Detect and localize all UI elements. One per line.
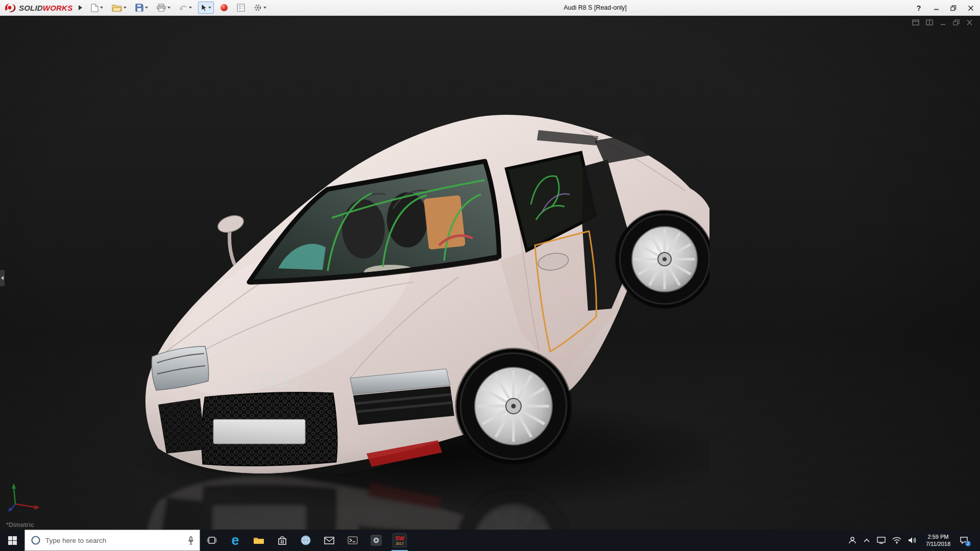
undo-button[interactable]	[177, 2, 194, 14]
clock-date: 7/11/2018	[926, 540, 950, 547]
rear-wheel	[616, 211, 709, 308]
mirror-stalk-left	[229, 231, 235, 265]
app-titlebar: SOLIDWORKS	[0, 0, 980, 16]
store-button[interactable]	[271, 530, 294, 551]
help-button[interactable]: ?	[915, 3, 923, 14]
dropdown-caret-icon[interactable]	[145, 7, 148, 9]
media-app-icon	[371, 535, 382, 546]
standard-toolbar	[88, 2, 269, 14]
file-explorer-button[interactable]	[247, 530, 271, 551]
volume-icon	[908, 537, 917, 544]
terminal-button[interactable]	[341, 530, 364, 551]
undo-icon	[179, 4, 187, 11]
brand-works: WORKS	[43, 4, 73, 12]
license-plate	[213, 419, 305, 444]
print-icon	[157, 4, 166, 12]
clock-time: 2:59 PM	[926, 533, 950, 540]
hidden-icons-button[interactable]	[863, 538, 870, 543]
people-button[interactable]	[848, 536, 856, 544]
cortana-icon	[31, 535, 41, 545]
front-wheel	[456, 349, 571, 463]
task-view-button[interactable]	[200, 530, 224, 551]
people-icon	[848, 536, 856, 544]
appearance-button[interactable]	[217, 2, 231, 14]
sw-icon-label: SW	[395, 536, 404, 541]
start-button[interactable]	[0, 530, 24, 551]
split-window-icon[interactable]	[926, 19, 933, 26]
solidworks-app-icon: SW 2017	[393, 533, 407, 547]
open-button[interactable]	[109, 2, 129, 14]
new-document-icon	[91, 4, 99, 12]
side-mirror-left	[216, 213, 246, 236]
ds-logo-icon	[4, 3, 16, 13]
options-gear-icon	[254, 4, 262, 12]
close-button[interactable]	[967, 3, 975, 14]
graphics-viewport[interactable]: *Dimetric	[0, 16, 980, 530]
document-window-controls	[912, 19, 973, 26]
edge-button[interactable]: e	[224, 530, 247, 551]
notification-badge: 2	[965, 541, 971, 546]
taskbar-clock[interactable]: 2:59 PM 7/11/2018	[923, 533, 953, 548]
network-button[interactable]	[892, 537, 901, 544]
mail-button[interactable]	[317, 530, 341, 551]
windows-taskbar: e SW 2017	[0, 530, 980, 551]
monitor-icon	[877, 537, 886, 544]
volume-button[interactable]	[908, 537, 917, 544]
globe-app-button[interactable]	[294, 530, 317, 551]
search-input[interactable]	[45, 537, 183, 544]
view-orientation-label: *Dimetric	[6, 521, 34, 529]
brand-solid: SOLID	[19, 4, 43, 12]
select-button[interactable]	[198, 2, 214, 14]
open-folder-icon	[112, 4, 122, 12]
file-properties-icon	[237, 4, 245, 12]
car-model-render	[128, 92, 709, 530]
file-explorer-icon	[253, 536, 264, 545]
terminal-icon	[348, 536, 358, 544]
collapse-arrow-icon	[1, 276, 4, 280]
taskbar-search[interactable]	[24, 530, 200, 551]
dropdown-caret-icon[interactable]	[263, 7, 266, 9]
solidworks-2017-button[interactable]: SW 2017	[388, 530, 411, 551]
window-controls: ?	[915, 0, 975, 16]
options-button[interactable]	[251, 2, 269, 14]
print-button[interactable]	[154, 2, 173, 14]
restore-button[interactable]	[949, 3, 958, 14]
feature-panel-expand-tab[interactable]	[0, 270, 5, 286]
dropdown-caret-icon[interactable]	[124, 7, 127, 9]
appearance-sphere-icon	[220, 4, 228, 12]
save-icon	[135, 4, 143, 12]
windows-logo-icon	[8, 536, 17, 545]
sw-icon-year: 2017	[396, 542, 404, 545]
file-properties-button[interactable]	[234, 2, 248, 14]
solidworks-logo: SOLIDWORKS	[3, 3, 75, 13]
monitor-tray-button[interactable]	[877, 537, 886, 544]
save-button[interactable]	[133, 2, 151, 14]
close-doc-icon[interactable]	[966, 19, 973, 26]
orientation-triad	[8, 482, 44, 512]
mail-icon	[324, 537, 334, 544]
menu-flyout-arrow-icon[interactable]	[79, 5, 82, 10]
brand-text: SOLIDWORKS	[19, 4, 72, 12]
dropdown-caret-icon[interactable]	[167, 7, 170, 9]
action-center-button[interactable]: 2	[960, 536, 968, 544]
edge-icon: e	[231, 534, 239, 547]
chevron-up-icon	[863, 538, 870, 543]
dropdown-caret-icon[interactable]	[100, 7, 103, 9]
microphone-icon[interactable]	[188, 536, 194, 545]
dropdown-caret-icon[interactable]	[208, 7, 211, 9]
new-document-button[interactable]	[88, 2, 106, 14]
minimize-button[interactable]	[932, 3, 940, 14]
minimize-doc-icon[interactable]	[940, 19, 946, 26]
new-window-icon[interactable]	[912, 19, 919, 26]
dropdown-caret-icon[interactable]	[189, 7, 192, 9]
system-tray: 2:59 PM 7/11/2018 2	[848, 530, 980, 551]
store-bag-icon	[278, 536, 287, 545]
media-app-button[interactable]	[364, 530, 388, 551]
restore-doc-icon[interactable]	[953, 19, 960, 26]
window-title: Audi R8 S [Read-only]	[564, 0, 627, 16]
task-view-icon	[207, 536, 217, 544]
network-icon	[892, 537, 901, 544]
select-cursor-icon	[201, 4, 207, 12]
globe-icon	[300, 535, 311, 546]
